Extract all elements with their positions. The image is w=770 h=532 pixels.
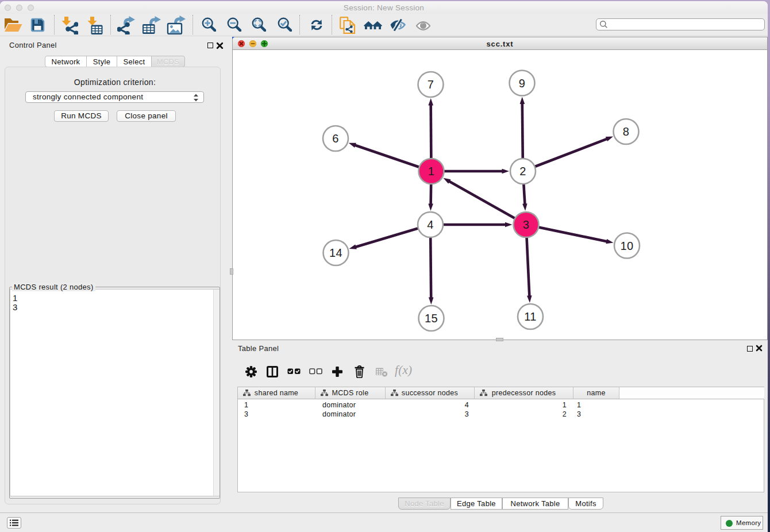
svg-text:3: 3 bbox=[523, 218, 529, 231]
svg-text:11: 11 bbox=[524, 310, 536, 323]
svg-text:2: 2 bbox=[519, 165, 526, 178]
svg-text:8: 8 bbox=[623, 125, 629, 138]
svg-text:9: 9 bbox=[519, 77, 525, 90]
svg-text:1: 1 bbox=[428, 165, 434, 178]
svg-text:15: 15 bbox=[425, 312, 438, 325]
svg-text:4: 4 bbox=[427, 218, 433, 231]
svg-text:10: 10 bbox=[621, 240, 634, 252]
svg-text:14: 14 bbox=[329, 246, 342, 259]
svg-text:6: 6 bbox=[332, 132, 338, 145]
svg-text:7: 7 bbox=[428, 78, 434, 91]
